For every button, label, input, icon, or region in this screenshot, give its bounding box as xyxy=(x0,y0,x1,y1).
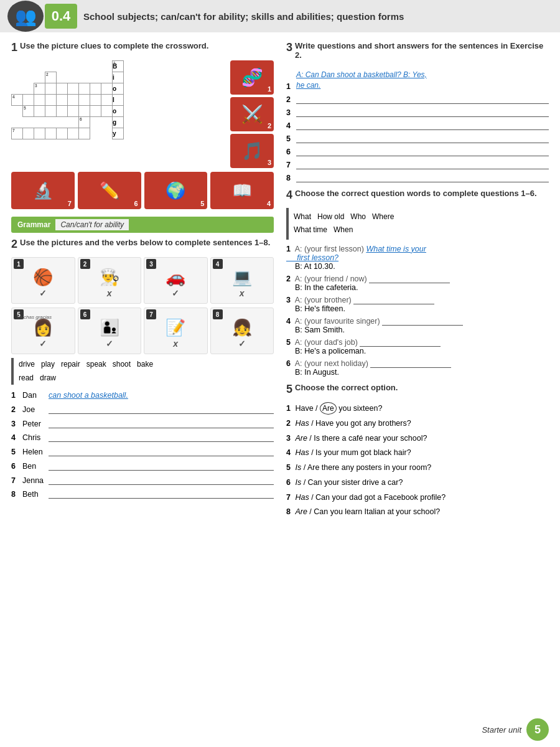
check-mark-6: ✓ xyxy=(106,339,113,349)
section-1-number: 1 xyxy=(11,41,17,54)
section-5-title: Choose the correct option. xyxy=(295,383,398,392)
q4-line-5[interactable] xyxy=(360,338,441,347)
sentence-5-line[interactable] xyxy=(49,446,274,456)
pic-2: 2 👨‍🍳 x xyxy=(78,257,142,304)
sentence-8: 8 Beth xyxy=(11,489,274,500)
check-mark-1: ✓ xyxy=(39,288,47,298)
ex3-line-5[interactable] xyxy=(296,133,549,143)
q4-item-5: 5 A: (your dad's job) B: He's a policema… xyxy=(286,338,549,355)
header-title: School subjects; can/can't for ability; … xyxy=(83,11,404,22)
q4-line-4[interactable] xyxy=(382,317,463,326)
ex5-item-8: 8 Are / Can you learn Italian at your sc… xyxy=(286,506,549,518)
sentence-3-line[interactable] xyxy=(49,418,274,428)
cw-bottom-5: 🌍 5 xyxy=(144,172,208,209)
cw-image-1: 🧬 1 xyxy=(230,60,274,95)
grammar-box: Grammar Can/can't for ability xyxy=(11,217,274,233)
sentence-7: 7 Jenna xyxy=(11,475,274,487)
grammar-subtitle: Can/can't for ability xyxy=(55,219,129,230)
girl2-icon: 👧 xyxy=(232,318,252,337)
q4-line-2[interactable] xyxy=(369,275,450,283)
circled-are: Are xyxy=(320,402,337,415)
section-2: 2 Use the pictures and the verbs below t… xyxy=(11,238,274,500)
cw-table: 1B 2 xyxy=(11,60,124,139)
ex3-item-8: 8 xyxy=(286,172,549,182)
word-bank-2: drive play repair speak shoot bake read … xyxy=(11,358,274,385)
sentence-2-line[interactable] xyxy=(49,404,274,414)
page-footer: Starter unit 5 xyxy=(482,718,549,741)
ex3-item-1: 1 A: Can Dan shoot a basketball? B: Yes,… xyxy=(286,70,549,91)
pencil-icon: ✏️ xyxy=(100,181,119,200)
ex5-item-4: 4 Has / Is your mum got black hair? xyxy=(286,447,549,459)
music-icon: 🎵 xyxy=(241,141,263,161)
sentences-list: 1 Dan can shoot a basketball. 2 Joe 3 Pe… xyxy=(11,390,274,500)
left-column: 1 Use the picture clues to complete the … xyxy=(11,41,274,521)
q4-line-6[interactable] xyxy=(370,359,451,368)
ex5-item-5: 5 Is / Are there any posters in your roo… xyxy=(286,462,549,474)
ex3-line-3[interactable] xyxy=(296,107,549,117)
basketball-icon: 🏀 xyxy=(33,268,53,287)
ex3-lines: 1 A: Can Dan shoot a basketball? B: Yes,… xyxy=(286,70,549,182)
section-1: 1 Use the picture clues to complete the … xyxy=(11,41,274,209)
check-mark-5: ✓ xyxy=(39,339,47,349)
section-4-number: 4 xyxy=(286,189,292,202)
pic-4: 4 💻 x xyxy=(210,257,274,304)
pic-3: 3 🚗 ✓ xyxy=(144,257,208,304)
ex5-item-6: 6 Is / Can your sister drive a car? xyxy=(286,477,549,489)
family-icon: 👨‍👦 xyxy=(100,318,119,337)
sentence-7-line[interactable] xyxy=(49,475,274,485)
section-1-title: Use the picture clues to complete the cr… xyxy=(20,41,208,50)
muchas-gracias-label: Muchas gracias xyxy=(17,314,52,320)
ex3-line-8[interactable] xyxy=(296,172,549,182)
sentence-6-line[interactable] xyxy=(49,461,274,471)
check-mark-3: ✓ xyxy=(172,288,179,298)
ex3-item-4: 4 xyxy=(286,120,549,130)
ex3-line-6[interactable] xyxy=(296,146,549,156)
section-4: 4 Choose the correct question words to c… xyxy=(286,189,549,377)
q4-item-2: 2 A: (your friend / now) B: In the cafet… xyxy=(286,275,549,292)
section-3-number: 3 xyxy=(286,41,292,54)
section-3: 3 Write questions and short answers for … xyxy=(286,41,549,182)
cw-image-3: 🎵 3 xyxy=(230,134,274,168)
cw-bottom-6: ✏️ 6 xyxy=(78,172,141,209)
ex2-bottom-images: 5 👩 Muchas gracias ✓ 6 👨‍👦 ✓ 7 📝 x 8 xyxy=(11,308,274,354)
cross-mark-4: x xyxy=(240,288,245,298)
section-3-title: Write questions and short answers for th… xyxy=(295,41,549,60)
car-icon: 🚗 xyxy=(166,268,185,287)
unit-badge: 0.4 xyxy=(45,4,77,29)
ex3-answer-1: A: Can Dan shoot a basketball? B: Yes,he… xyxy=(296,70,427,91)
footer-text: Starter unit xyxy=(482,725,521,735)
sentence-8-line[interactable] xyxy=(49,489,274,499)
ex3-item-7: 7 xyxy=(286,159,549,169)
section-2-number: 2 xyxy=(11,238,17,251)
ex3-line-2[interactable] xyxy=(296,94,549,104)
word-box-4: What How old Who Where What time When xyxy=(286,208,549,240)
ex3-item-5: 5 xyxy=(286,133,549,143)
ex3-line-7[interactable] xyxy=(296,159,549,169)
crossword-grid: 1B 2 xyxy=(11,60,226,168)
girl-icon: 👩 xyxy=(33,318,53,337)
cw-bottom-7: 🔬 7 xyxy=(11,172,75,209)
q4-item-4: 4 A: (your favourite singer) B: Sam Smit… xyxy=(286,317,549,334)
q4-line-3[interactable] xyxy=(353,296,434,304)
microscope-icon: 🔬 xyxy=(33,181,53,200)
section-2-title: Use the pictures and the verbs below to … xyxy=(20,238,270,247)
right-column: 3 Write questions and short answers for … xyxy=(286,41,549,521)
cw-bottom-images: 🔬 7 ✏️ 6 🌍 5 📖 4 xyxy=(11,172,274,209)
q4-item-6: 6 A: (your next holiday) B: In August. xyxy=(286,359,549,377)
section-4-title: Choose the correct question words to com… xyxy=(295,189,537,198)
book-icon: 📖 xyxy=(232,181,252,200)
sentence-4-line[interactable] xyxy=(49,432,274,442)
ex5-item-2: 2 Has / Have you got any brothers? xyxy=(286,418,549,430)
ex5-item-3: 3 Are / Is there a café near your school… xyxy=(286,433,549,444)
ex3-line-4[interactable] xyxy=(296,120,549,130)
laptop-icon: 💻 xyxy=(232,268,252,287)
grammar-label: Grammar xyxy=(17,220,50,229)
pic-8: 8 👧 ✓ xyxy=(210,308,274,354)
ex3-item-2: 2 xyxy=(286,94,549,104)
document-icon: 📝 xyxy=(166,318,185,337)
page-number: 5 xyxy=(526,718,549,741)
sword-icon: ⚔️ xyxy=(241,104,263,125)
globe-icon: 🌍 xyxy=(166,181,185,200)
ex3-item-3: 3 xyxy=(286,107,549,117)
pic-6: 6 👨‍👦 ✓ xyxy=(78,308,142,354)
